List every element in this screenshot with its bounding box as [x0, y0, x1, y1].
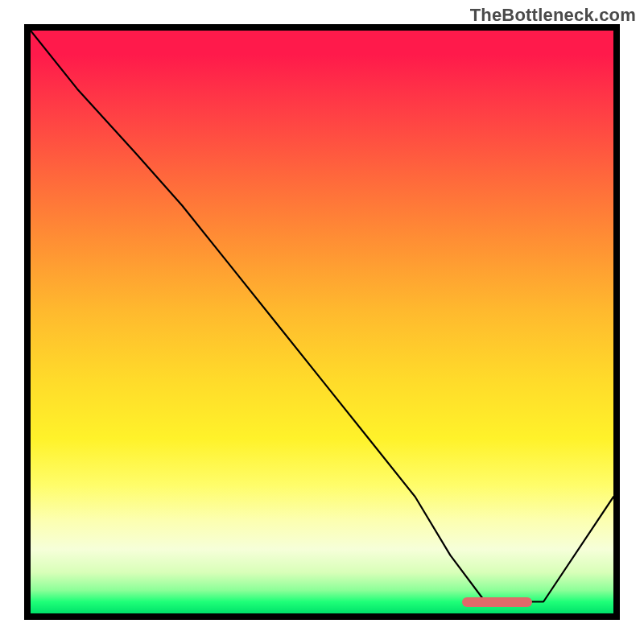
watermark-text: TheBottleneck.com [470, 5, 636, 26]
curve-path [31, 31, 613, 602]
plot-area [31, 31, 613, 613]
optimal-range-marker [462, 597, 532, 607]
bottleneck-curve [31, 31, 613, 613]
chart-frame [24, 24, 620, 620]
